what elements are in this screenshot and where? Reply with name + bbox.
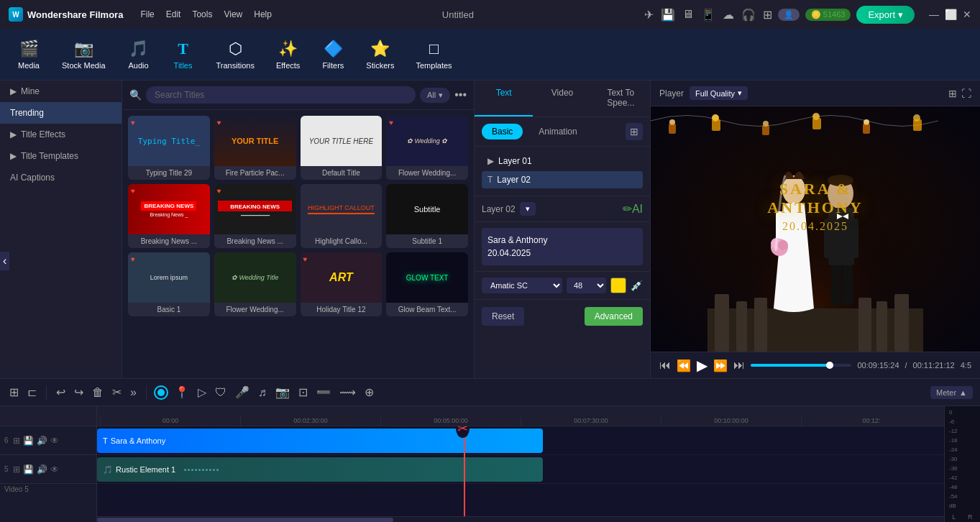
menu-help[interactable]: Help	[254, 9, 272, 19]
title-card-glow[interactable]: GLOW TEXT + Glow Beam Text...	[386, 252, 468, 316]
track-layer-icon2[interactable]: ⊞	[13, 464, 20, 475]
menu-file[interactable]: File	[140, 9, 154, 19]
menu-tools[interactable]: Tools	[192, 9, 212, 19]
title-card-basic[interactable]: ♥ Lorem ipsum + Basic 1	[128, 252, 210, 316]
meter-button[interactable]: Meter ▲	[930, 386, 973, 399]
ai-edit-icon[interactable]: ✏AI	[623, 202, 643, 216]
shield-button[interactable]: 🛡	[213, 384, 229, 401]
frame-back-button[interactable]: ⏪	[677, 359, 691, 372]
title-card-fire[interactable]: ♥ YOUR TITLE + Fire Particle Pac...	[214, 116, 296, 180]
toolbar-stickers[interactable]: ⭐ Stickers	[357, 35, 403, 74]
export-button[interactable]: Export ▾	[856, 6, 915, 24]
audio-clip[interactable]: 🎵 Rustic Element 1	[97, 457, 543, 482]
skip-back-button[interactable]: ⏮	[659, 359, 671, 372]
mic-button[interactable]: 🎤	[233, 383, 252, 401]
title-card-flower-wedding[interactable]: ♥ ✿ Wedding ✿ + Flower Wedding...	[386, 116, 468, 180]
maximize-button[interactable]: ⬜	[945, 9, 957, 20]
audio-mix-button[interactable]: ♬	[256, 384, 269, 401]
play-button[interactable]: ▶	[697, 357, 707, 374]
toolbar-templates[interactable]: □ Templates	[407, 35, 460, 74]
title-card-holiday[interactable]: ♥ ART + Holiday Title 12	[301, 252, 383, 316]
headset-icon[interactable]: 🎧	[741, 8, 756, 22]
record-button[interactable]	[154, 385, 168, 400]
toolbar-stock-media[interactable]: 📷 Stock Media	[53, 35, 114, 74]
advanced-button[interactable]: Advanced	[585, 307, 643, 326]
toolbar-media[interactable]: 🎬 Media	[9, 35, 49, 74]
timeline-magnet-button[interactable]: ⊏	[25, 383, 39, 401]
tab-text-to-speech[interactable]: Text To Spee...	[592, 81, 650, 116]
phone-icon[interactable]: 📱	[701, 8, 715, 22]
speed-ramp-button[interactable]: ⟿	[337, 383, 358, 401]
title-card-subtitle[interactable]: Subtitle + Subtitle 1	[386, 184, 468, 248]
track-layer-icon[interactable]: ⊞	[13, 436, 20, 446]
track-save-icon[interactable]: 💾	[23, 436, 34, 446]
category-trending[interactable]: Trending	[0, 102, 122, 124]
track-eye-icon[interactable]: 👁	[50, 436, 59, 446]
eyedropper-button[interactable]: 💉	[631, 280, 643, 291]
title-card-highlight[interactable]: HIGHLIGHT CALLOUT + Highlight Callo...	[301, 184, 383, 248]
toolbar-effects[interactable]: ✨ Effects	[267, 35, 308, 74]
font-select[interactable]: Amatic SC	[482, 278, 562, 293]
toolbar-filters[interactable]: 🔷 Filters	[313, 35, 353, 74]
filter-button[interactable]: All ▾	[420, 88, 450, 103]
play-clip-button[interactable]: ▷	[196, 383, 209, 401]
tab-text[interactable]: Text	[475, 81, 533, 116]
minimize-button[interactable]: —	[929, 9, 939, 20]
search-input[interactable]	[146, 86, 416, 104]
title-card-flower2[interactable]: ✿ Wedding Title + Flower Wedding...	[214, 252, 296, 316]
skip-forward-button[interactable]: ⏭	[733, 359, 745, 372]
timeline-scrollbar[interactable]	[97, 516, 944, 522]
toolbar-titles[interactable]: T Titles	[163, 35, 203, 74]
speed-button[interactable]: 📍	[173, 383, 191, 401]
zoom-out-button[interactable]: ➖	[314, 383, 333, 401]
track-eye-icon2[interactable]: 👁	[50, 464, 59, 475]
more-tools-button[interactable]: »	[128, 384, 139, 401]
camera-button[interactable]: 📷	[273, 383, 292, 401]
subtab-basic[interactable]: Basic	[482, 124, 523, 139]
grid-icon[interactable]: ⊞	[763, 8, 772, 22]
toolbar-transitions[interactable]: ⬡ Transitions	[208, 35, 263, 74]
close-button[interactable]: ✕	[963, 9, 971, 20]
track-volume-icon[interactable]: 🔊	[37, 436, 47, 446]
user-badge[interactable]: 👤	[778, 9, 800, 21]
timeline-scroll-thumb[interactable]	[97, 518, 393, 522]
cut-button[interactable]: ✂	[110, 383, 124, 401]
subtab-animation[interactable]: Animation	[528, 124, 587, 139]
category-title-templates[interactable]: ▶ Title Templates	[0, 145, 122, 167]
quality-dropdown[interactable]: Full Quality ▾	[690, 86, 748, 100]
layer-01-item[interactable]: ▶ Layer 01	[482, 152, 643, 170]
track-save-icon2[interactable]: 💾	[23, 464, 34, 475]
title-card-breaking-red[interactable]: ♥ BREAKING NEWS Breaking News _ + Breaki…	[128, 184, 210, 248]
send-icon[interactable]: ✈	[644, 8, 654, 22]
toolbar-audio[interactable]: 🎵 Audio	[119, 35, 159, 74]
add-keyframe-button[interactable]: ⊕	[362, 383, 376, 401]
category-ai-captions[interactable]: AI Captions	[0, 167, 122, 188]
track-volume-icon2[interactable]: 🔊	[37, 464, 47, 475]
reset-button[interactable]: Reset	[482, 307, 524, 326]
redo-button[interactable]: ↪	[72, 383, 86, 401]
split-button[interactable]: ⊡	[296, 383, 310, 401]
cloud-icon[interactable]: ☁	[723, 8, 734, 22]
title-card-default[interactable]: YOUR TITLE HERE + Default Title	[301, 116, 383, 180]
color-swatch[interactable]	[610, 278, 626, 293]
menu-edit[interactable]: Edit	[166, 9, 181, 19]
size-select[interactable]: 48	[567, 278, 606, 293]
fullscreen-button[interactable]: ⛶	[961, 88, 971, 99]
tab-video[interactable]: Video	[533, 81, 591, 116]
title-clip[interactable]: T Sara & Anthony	[97, 429, 543, 453]
category-mine[interactable]: ▶ Mine	[0, 81, 122, 102]
undo-button[interactable]: ↩	[54, 383, 68, 401]
category-title-effects[interactable]: ▶ Title Effects	[0, 124, 122, 145]
title-card-breaking-dark[interactable]: ♥ BREAKING NEWS ━━━━━━━━━━ + Breaking Ne…	[214, 184, 296, 248]
layer-02-item[interactable]: T Layer 02	[482, 171, 643, 188]
title-card-typing[interactable]: ♥ Typing Title_ + Typing Title 29	[128, 116, 210, 180]
menu-view[interactable]: View	[224, 9, 242, 19]
coins-display[interactable]: 🪙 51463	[805, 9, 851, 21]
layer-dropdown[interactable]: ▾	[520, 202, 536, 216]
more-options-button[interactable]: •••	[454, 88, 467, 101]
grid-view-button[interactable]: ⊞	[948, 88, 957, 99]
delete-button[interactable]: 🗑	[90, 384, 106, 401]
text-display[interactable]: Sara & Anthony 20.04.2025	[482, 228, 643, 265]
frame-forward-button[interactable]: ⏩	[713, 359, 728, 372]
monitor-icon[interactable]: 🖥	[682, 8, 694, 21]
